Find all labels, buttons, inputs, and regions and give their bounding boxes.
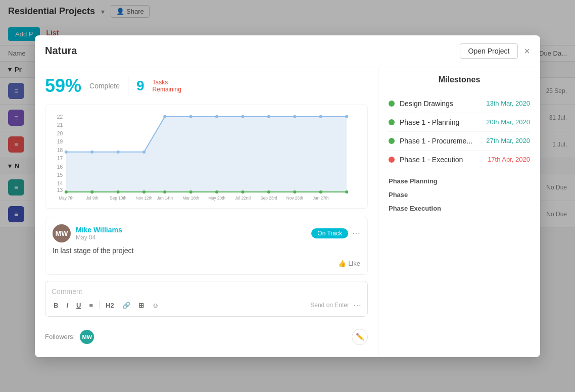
svg-text:21: 21 xyxy=(57,122,63,128)
modal-right-panel: Milestones Design Drawings 13th Mar, 202… xyxy=(378,67,540,357)
svg-point-28 xyxy=(163,190,166,193)
tasks-remaining-line1: Tasks xyxy=(153,79,181,86)
modal-left-panel: 59% Complete 9 Tasks Remaining 22 21 xyxy=(35,67,378,357)
toolbar-separator xyxy=(99,301,100,309)
svg-point-20 xyxy=(293,115,296,118)
followers-avatars: MW xyxy=(80,330,94,344)
svg-text:Nov 12th: Nov 12th xyxy=(136,196,153,201)
comment-header: MW Mike Williams May 04 On Track ⋯ xyxy=(53,224,360,242)
phase-execution-header: Phase Execution xyxy=(389,201,530,214)
milestone-item: Design Drawings 13th Mar, 2020 xyxy=(389,94,530,113)
milestone-dot xyxy=(389,138,395,144)
tasks-label: Tasks Remaining xyxy=(153,79,181,93)
burndown-chart: 22 21 20 19 18 17 16 15 14 13 xyxy=(45,105,368,209)
milestone-dot xyxy=(389,157,395,163)
milestone-dot xyxy=(389,101,395,107)
milestone-item: Phase 1 - Execution 17th Apr, 2020 xyxy=(389,151,530,169)
svg-point-17 xyxy=(215,115,218,118)
close-button[interactable]: × xyxy=(524,46,530,56)
complete-label: Complete xyxy=(89,82,120,90)
svg-point-18 xyxy=(241,115,244,118)
link-button[interactable]: 🔗 xyxy=(120,301,132,310)
comment-author-row: MW Mike Williams May 04 xyxy=(53,224,122,242)
table-button[interactable]: ⊞ xyxy=(136,301,146,310)
milestone-date: 13th Mar, 2020 xyxy=(486,100,530,107)
svg-text:Jul 22nd: Jul 22nd xyxy=(235,196,251,201)
svg-text:17: 17 xyxy=(57,156,63,161)
svg-point-32 xyxy=(267,190,270,193)
svg-text:18: 18 xyxy=(57,147,63,153)
tasks-count: 9 xyxy=(136,78,145,94)
svg-point-16 xyxy=(189,115,193,118)
follower-avatar: MW xyxy=(80,330,94,344)
italic-button[interactable]: I xyxy=(64,301,70,310)
milestone-item: Phase 1 - Planning 20th Mar, 2020 xyxy=(389,113,530,132)
svg-point-35 xyxy=(345,190,348,193)
chart-svg: 22 21 20 19 18 17 16 15 14 13 xyxy=(51,110,362,201)
more-options-button[interactable]: ⋯ xyxy=(353,301,361,310)
svg-point-34 xyxy=(319,190,322,193)
edit-followers-button[interactable]: ✏️ xyxy=(352,329,368,345)
comment-author-info: Mike Williams May 04 xyxy=(76,226,122,241)
svg-text:Sep 10th: Sep 10th xyxy=(110,196,126,201)
phase-planning-header: Phase Planning xyxy=(389,173,530,187)
comment-author-name: Mike Williams xyxy=(76,226,122,234)
open-project-button[interactable]: Open Project xyxy=(460,43,518,59)
bold-button[interactable]: B xyxy=(52,301,60,310)
comment-badge-area: On Track ⋯ xyxy=(311,228,360,238)
modal-header: Natura Open Project × xyxy=(35,35,540,67)
milestone-name: Phase 1 - Planning xyxy=(400,118,481,126)
emoji-button[interactable]: ☺ xyxy=(150,301,161,310)
comment-placeholder[interactable]: Comment xyxy=(52,287,361,296)
svg-text:13: 13 xyxy=(57,187,63,192)
followers-label: Followers: xyxy=(45,333,75,340)
milestone-dot xyxy=(389,119,395,125)
milestone-item: Phase 1 - Procureme... 27th Mar, 2020 xyxy=(389,132,530,151)
svg-point-22 xyxy=(345,115,348,118)
milestone-list: Design Drawings 13th Mar, 2020 Phase 1 -… xyxy=(389,94,530,169)
milestone-date: 27th Mar, 2020 xyxy=(486,137,530,144)
svg-point-27 xyxy=(142,190,146,193)
comment-input-area[interactable]: Comment B I U ≡ H2 🔗 ⊞ ☺ Send on Enter ⋯ xyxy=(45,281,368,317)
milestones-title: Milestones xyxy=(389,75,530,84)
comment-date: May 04 xyxy=(76,234,122,241)
svg-text:Sep 23rd: Sep 23rd xyxy=(260,196,277,201)
svg-point-33 xyxy=(293,190,296,193)
modal-header-actions: Open Project × xyxy=(460,43,530,59)
svg-point-21 xyxy=(319,115,322,118)
svg-point-13 xyxy=(117,150,120,153)
like-button[interactable]: 👍 Like xyxy=(338,260,360,267)
svg-point-30 xyxy=(215,190,218,193)
svg-text:Jan 27th: Jan 27th xyxy=(313,196,329,201)
milestone-date: 20th Mar, 2020 xyxy=(486,118,530,126)
modal-overlay[interactable]: Natura Open Project × 59% Complete 9 Tas… xyxy=(0,0,575,392)
underline-button[interactable]: U xyxy=(74,301,83,310)
svg-point-24 xyxy=(65,190,68,193)
tasks-remaining-line2: Remaining xyxy=(153,86,181,93)
svg-point-29 xyxy=(189,190,193,193)
svg-point-11 xyxy=(65,150,68,153)
svg-text:16: 16 xyxy=(57,164,63,169)
svg-point-25 xyxy=(90,190,93,193)
modal-title: Natura xyxy=(45,45,77,57)
project-modal: Natura Open Project × 59% Complete 9 Tas… xyxy=(35,35,540,357)
svg-text:20: 20 xyxy=(57,130,63,136)
comment-actions: 👍 Like xyxy=(53,260,360,267)
svg-point-31 xyxy=(241,190,244,193)
milestone-name: Phase 1 - Execution xyxy=(400,156,483,164)
comment-menu-icon[interactable]: ⋯ xyxy=(352,228,360,238)
svg-text:19: 19 xyxy=(57,139,63,144)
completion-percent: 59% xyxy=(45,75,81,96)
h2-button[interactable]: H2 xyxy=(104,301,116,310)
send-on-enter-label: Send on Enter xyxy=(310,302,349,309)
modal-body: 59% Complete 9 Tasks Remaining 22 21 xyxy=(35,67,540,357)
list-button[interactable]: ≡ xyxy=(87,301,95,310)
svg-text:Jan 14th: Jan 14th xyxy=(157,196,173,201)
svg-text:14: 14 xyxy=(57,180,63,186)
comment-toolbar: B I U ≡ H2 🔗 ⊞ ☺ Send on Enter ⋯ xyxy=(52,301,361,310)
svg-point-19 xyxy=(267,115,270,118)
svg-marker-10 xyxy=(66,116,347,191)
svg-text:15: 15 xyxy=(57,172,63,178)
svg-point-12 xyxy=(90,150,93,153)
phase-section: Phase Planning Phase Phase Execution xyxy=(389,173,530,214)
